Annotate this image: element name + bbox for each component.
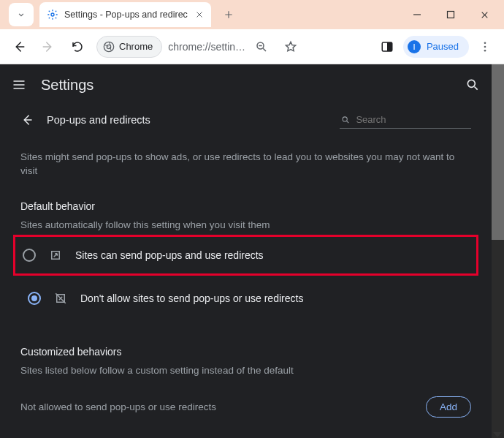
window-close-button[interactable] — [467, 0, 501, 29]
settings-menu-button[interactable] — [12, 78, 26, 92]
page-description: Sites might send pop-ups to show ads, or… — [20, 151, 471, 178]
block-external-icon — [54, 292, 67, 305]
option-block-popups[interactable]: Don't allow sites to send pop-ups or use… — [20, 280, 471, 317]
settings-viewport: Settings Pop-ups and redirects Sites mig… — [0, 64, 492, 438]
star-icon — [284, 40, 297, 53]
option-allow-popups[interactable]: Sites can send pop-ups and use redirects — [13, 235, 478, 276]
browser-tab[interactable]: Settings - Pop-ups and redirec — [39, 2, 211, 27]
svg-point-0 — [51, 13, 54, 16]
default-behavior-subtitle: Sites automatically follow this setting … — [20, 219, 471, 230]
side-panel-button[interactable] — [374, 34, 400, 60]
settings-appbar: Settings — [0, 64, 492, 105]
radio-selected[interactable] — [28, 292, 41, 305]
resize-grip-icon — [493, 432, 502, 437]
subheader-search[interactable] — [340, 111, 471, 129]
magnify-minus-icon — [255, 40, 268, 53]
add-site-button[interactable]: Add — [426, 396, 471, 418]
window-controls — [400, 0, 501, 29]
profile-paused-label: Paused — [427, 41, 459, 52]
not-allowed-label: Not allowed to send pop-ups or use redir… — [20, 401, 216, 412]
settings-search-button[interactable] — [465, 78, 480, 92]
profile-paused-chip[interactable]: I Paused — [403, 36, 469, 58]
search-icon — [465, 78, 480, 92]
close-icon — [195, 10, 204, 19]
subheader-search-input[interactable] — [356, 114, 470, 125]
customized-title: Customized behaviors — [20, 346, 471, 358]
tab-search-dropdown[interactable] — [9, 3, 34, 26]
settings-gear-icon — [47, 9, 58, 20]
svg-point-9 — [484, 49, 486, 51]
chrome-chip-label: Chrome — [119, 41, 153, 52]
reload-icon — [71, 40, 84, 53]
tab-close-button[interactable] — [194, 9, 205, 20]
vertical-scrollbar[interactable] — [492, 64, 504, 438]
window-titlebar: Settings - Pop-ups and redirec — [0, 0, 504, 29]
zoom-button[interactable] — [248, 34, 275, 60]
tab-title: Settings - Pop-ups and redirec — [64, 10, 188, 20]
minimize-icon — [413, 10, 421, 19]
chrome-origin-chip[interactable]: Chrome — [96, 36, 162, 58]
subheader-title: Pop-ups and redirects — [47, 114, 150, 126]
new-tab-button[interactable] — [218, 4, 239, 25]
plus-icon — [224, 10, 234, 20]
url-text: chrome://settin… — [168, 41, 245, 53]
svg-point-2 — [104, 42, 113, 51]
close-icon — [480, 10, 489, 20]
option-block-label: Don't allow sites to send pop-ups or use… — [80, 292, 303, 304]
radio-unselected[interactable] — [23, 249, 36, 262]
back-button[interactable] — [6, 34, 32, 60]
page-subheader: Pop-ups and redirects — [20, 111, 471, 129]
chevron-down-icon — [16, 10, 26, 20]
not-allowed-row: Not allowed to send pop-ups or use redir… — [20, 396, 471, 418]
option-allow-label: Sites can send pop-ups and use redirects — [75, 249, 264, 261]
forward-button[interactable] — [35, 34, 61, 60]
reload-button[interactable] — [64, 34, 91, 60]
window-minimize-button[interactable] — [400, 0, 434, 29]
svg-point-8 — [484, 45, 486, 48]
arrow-left-icon — [12, 40, 26, 53]
subheader-back-button[interactable] — [20, 113, 34, 127]
arrow-right-icon — [42, 40, 55, 53]
svg-rect-1 — [448, 12, 454, 18]
hamburger-icon — [12, 78, 26, 92]
chrome-logo-icon — [103, 41, 115, 53]
customized-subtitle: Sites listed below follow a custom setti… — [20, 365, 471, 376]
scrollbar-thumb[interactable] — [492, 64, 504, 240]
kebab-icon — [478, 40, 492, 53]
open-external-icon — [49, 249, 62, 262]
search-icon — [341, 115, 350, 125]
maximize-icon — [446, 10, 455, 19]
profile-avatar: I — [408, 40, 421, 53]
panel-icon — [381, 40, 394, 53]
bookmark-button[interactable] — [278, 34, 304, 60]
address-bar[interactable]: Chrome chrome://settin… — [96, 36, 245, 58]
svg-rect-6 — [388, 42, 392, 51]
default-behavior-title: Default behavior — [20, 200, 471, 212]
svg-point-11 — [343, 116, 347, 121]
arrow-left-icon — [20, 113, 34, 127]
browser-menu-button[interactable] — [472, 34, 498, 60]
svg-point-7 — [484, 42, 486, 44]
window-maximize-button[interactable] — [434, 0, 467, 29]
settings-appbar-title: Settings — [41, 77, 93, 94]
browser-toolbar: Chrome chrome://settin… I Paused — [0, 29, 504, 64]
svg-point-10 — [467, 80, 475, 87]
